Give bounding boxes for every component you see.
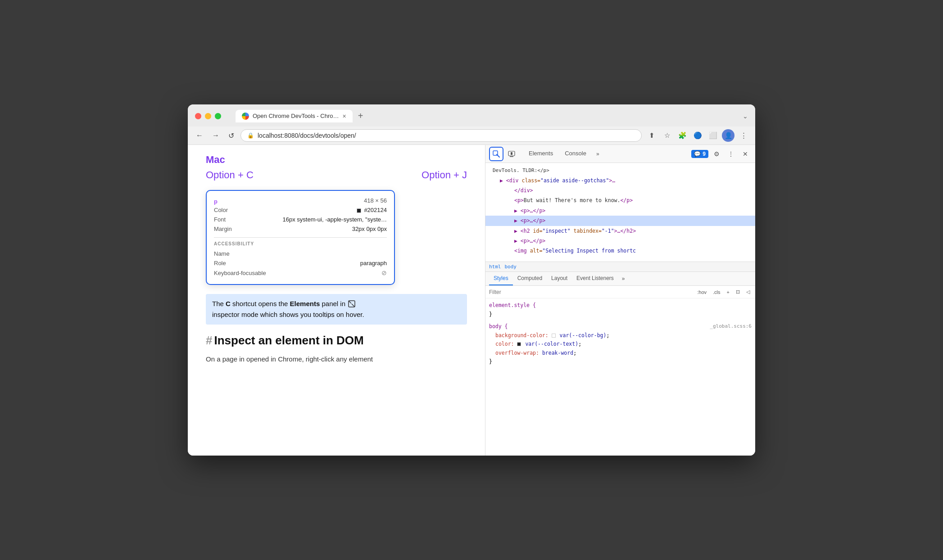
tree-line[interactable]: ▶ <h2 id="inspect" tabindex="-1">…</h2>	[485, 226, 755, 236]
tab-computed[interactable]: Computed	[513, 272, 547, 285]
filter-input[interactable]	[489, 289, 693, 295]
reload-button[interactable]: ↺	[226, 130, 237, 142]
tree-line[interactable]: <p>But wait! There's more to know.</p>	[485, 195, 755, 205]
address-bar[interactable]: 🔒 localhost:8080/docs/devtools/open/	[240, 129, 642, 142]
tooltip-role-value: paragraph	[360, 260, 387, 266]
breadcrumb-bar: html body	[485, 262, 755, 272]
tooltip-name-row: Name	[214, 249, 387, 258]
chrome-icon[interactable]: 🔵	[691, 129, 704, 142]
tab-styles[interactable]: Styles	[489, 272, 513, 285]
highlighted-text-block: The C shortcut opens the Elements panel …	[206, 294, 467, 325]
add-rule-button[interactable]: +	[725, 289, 731, 296]
copy-styles-button[interactable]: ⊡	[734, 288, 742, 296]
tab-layout[interactable]: Layout	[547, 272, 572, 285]
menu-icon[interactable]: ⋮	[737, 129, 750, 142]
css-prop-bg: background-color:	[495, 332, 549, 339]
body-text: On a page in opened in Chrome, right-cli…	[206, 354, 467, 365]
devtools-actions: 💬 9 ⚙ ⋮ ✕	[691, 148, 752, 160]
tooltip-keyboard-row: Keyboard-focusable ⊘	[214, 268, 387, 278]
element-tooltip: p 418 × 56 Color #202124 Font 16px syste…	[206, 190, 395, 285]
tooltip-divider	[214, 237, 387, 238]
tab-more-button[interactable]: »	[593, 148, 603, 160]
maximize-button[interactable]	[215, 113, 221, 119]
back-button[interactable]: ←	[193, 130, 206, 141]
styles-content: element.style { } body { _global.scss:6 …	[485, 298, 755, 456]
tooltip-font-row: Font 16px system-ui, -apple-system, "sys…	[214, 215, 387, 224]
css-body-close: }	[489, 358, 492, 365]
title-bar: Open Chrome DevTools - Chro… × + ⌄	[188, 104, 755, 126]
close-devtools-button[interactable]: ✕	[739, 148, 752, 160]
section-heading: #Inspect an element in DOM	[206, 334, 467, 348]
tree-line[interactable]: ▶ <p>…</p>	[485, 236, 755, 246]
highlighted-bold-elements: Elements	[290, 300, 320, 307]
toggle-sidebar-button[interactable]: ◁	[744, 288, 752, 296]
hov-filter-button[interactable]: :hov	[695, 289, 708, 296]
tab-title: Open Chrome DevTools - Chro…	[253, 113, 339, 119]
settings-button[interactable]: ⚙	[710, 148, 723, 160]
css-value-overflow: break-word	[542, 350, 573, 356]
console-badge-count: 9	[703, 151, 706, 157]
more-devtools-button[interactable]: ⋮	[725, 148, 737, 160]
body-style-block: body { _global.scss:6 background-color: …	[489, 322, 752, 366]
forward-button[interactable]: →	[209, 130, 222, 141]
filter-bar: :hov .cls + ⊡ ◁	[485, 286, 755, 298]
extensions-icon[interactable]: 🧩	[676, 129, 689, 142]
css-swatch-white-icon[interactable]	[552, 334, 556, 338]
inspect-element-button[interactable]	[489, 147, 503, 161]
shortcut-c: Option + C	[206, 169, 254, 181]
css-value-bg: var(--color-bg);	[552, 332, 610, 339]
svg-rect-3	[510, 156, 513, 157]
tab-elements[interactable]: Elements	[523, 147, 558, 160]
lock-icon: 🔒	[247, 132, 254, 139]
highlighted-text-4: inspector mode which shows you tooltips …	[212, 311, 364, 318]
mac-label: Mac	[206, 154, 467, 166]
css-prop-color: color:	[495, 341, 514, 347]
tree-line[interactable]: DevTools. TLDR:</p>	[485, 166, 755, 176]
tooltip-dimensions: 418 × 56	[364, 197, 387, 204]
tooltip-color-value: #202124	[357, 207, 387, 213]
tree-line[interactable]: <img alt="Selecting Inspect from shortc	[485, 246, 755, 256]
bookmark-icon[interactable]: ☆	[661, 129, 673, 142]
no-value-icon: ⊘	[381, 269, 387, 276]
tab-list-button[interactable]: ⌄	[743, 113, 748, 120]
console-badge[interactable]: 💬 9	[691, 150, 708, 158]
cast-icon[interactable]: ⬜	[707, 129, 719, 142]
inspector-icon	[348, 300, 356, 308]
css-selector: element.style {	[489, 302, 536, 308]
tooltip-margin-row: Margin 32px 0px 0px	[214, 224, 387, 234]
tab-console[interactable]: Console	[559, 147, 592, 160]
css-swatch-dark-icon[interactable]	[517, 342, 521, 346]
share-icon[interactable]: ⬆	[645, 129, 658, 142]
tooltip-color-row: Color #202124	[214, 205, 387, 215]
nav-icons: ⬆ ☆ 🧩 🔵 ⬜ 👤 ⋮	[645, 129, 750, 142]
profile-avatar[interactable]: 👤	[722, 129, 734, 142]
element-style-block: element.style { }	[489, 301, 752, 319]
tab-close-button[interactable]: ×	[342, 113, 346, 120]
tree-line[interactable]: ▶ <div class="aside aside--gotchas">…	[485, 176, 755, 185]
tree-line-selected[interactable]: ▶ <p>…</p>	[485, 216, 755, 226]
device-toggle-button[interactable]	[505, 148, 518, 160]
tree-line[interactable]: </div>	[485, 185, 755, 195]
svg-rect-4	[511, 152, 512, 155]
css-close-brace: }	[489, 311, 492, 317]
close-button[interactable]	[195, 113, 201, 119]
browser-window: Open Chrome DevTools - Chro… × + ⌄ ← → ↺…	[188, 104, 755, 456]
css-value-color: var(--color-text);	[517, 341, 581, 347]
minimize-button[interactable]	[205, 113, 211, 119]
highlighted-text-1: The	[212, 300, 226, 307]
breadcrumb-body[interactable]: body	[505, 264, 517, 270]
cls-filter-button[interactable]: .cls	[711, 289, 722, 296]
browser-content: Mac Option + C Option + J p 418 × 56 Col…	[188, 145, 755, 456]
highlighted-text-2: shortcut opens the	[231, 300, 290, 307]
webpage-area: Mac Option + C Option + J p 418 × 56 Col…	[188, 145, 485, 456]
tab-event-listeners[interactable]: Event Listeners	[572, 272, 618, 285]
tree-line[interactable]: ▶ <p>…</p>	[485, 206, 755, 216]
active-tab[interactable]: Open Chrome DevTools - Chro… ×	[236, 110, 353, 122]
tooltip-font-label: Font	[214, 216, 250, 223]
breadcrumb-html[interactable]: html	[489, 264, 501, 270]
section-title: Inspect an element in DOM	[214, 334, 363, 347]
styles-tab-more[interactable]: »	[618, 272, 629, 285]
tooltip-color-label: Color	[214, 207, 250, 213]
new-tab-button[interactable]: +	[354, 109, 367, 123]
tooltip-keyboard-label: Keyboard-focusable	[214, 270, 266, 276]
